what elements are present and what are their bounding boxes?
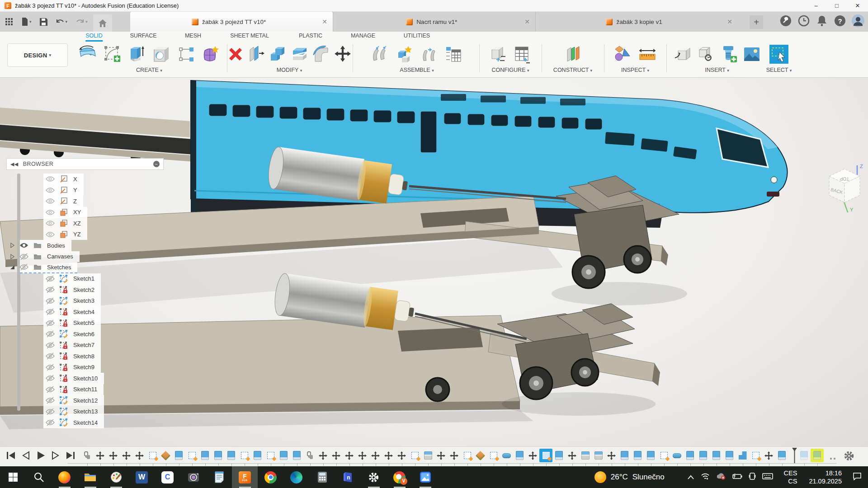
configuration-table-icon[interactable] — [512, 44, 533, 65]
step-back-button[interactable] — [20, 450, 31, 461]
taskbar-app-calculator[interactable] — [309, 466, 335, 488]
timeline-feature-extrude[interactable] — [172, 449, 185, 462]
battery-icon[interactable] — [732, 473, 742, 481]
visibility-eye-icon[interactable] — [43, 286, 57, 293]
expand-caret-icon[interactable] — [7, 254, 17, 259]
timeline-feature-move[interactable] — [395, 449, 408, 462]
timeline-feature-extrude[interactable] — [710, 449, 723, 462]
ribbon-tab-solid[interactable]: SOLID — [85, 33, 103, 42]
visibility-eye-icon[interactable] — [43, 330, 57, 338]
delete-icon[interactable] — [226, 44, 245, 65]
select-icon[interactable] — [769, 44, 789, 65]
modify-group-label[interactable]: MODIFY ▾ — [229, 67, 350, 73]
job-status-icon[interactable] — [797, 14, 810, 27]
timeline-feature-extrude[interactable] — [618, 449, 631, 462]
joint-icon[interactable] — [370, 44, 391, 65]
timeline-feature-extrude[interactable] — [697, 449, 710, 462]
taskbar-app-edge[interactable] — [283, 466, 309, 488]
ribbon-tab-plastic[interactable]: PLASTIC — [299, 33, 322, 40]
visibility-eye-icon[interactable] — [43, 364, 57, 371]
visibility-eye-icon[interactable] — [43, 220, 57, 226]
timeline-settings-gear-icon[interactable] — [844, 450, 854, 463]
browser-item-sketch1[interactable]: Sketch1 — [43, 273, 101, 285]
timeline-feature-extrude[interactable] — [225, 449, 238, 462]
taskbar-app-clipchamp[interactable]: C — [155, 466, 180, 488]
visibility-eye-icon[interactable] — [43, 352, 57, 360]
construct-group-label[interactable]: CONSTRUCT ▾ — [543, 67, 602, 73]
go-to-end-button[interactable] — [65, 450, 76, 461]
create-group-label[interactable]: CREATE ▾ — [73, 67, 225, 73]
browser-item-sketch9[interactable]: Sketch9 — [43, 362, 101, 373]
timeline-feature-extrude[interactable] — [552, 449, 566, 462]
extrude-icon[interactable] — [127, 44, 147, 65]
offset-face-icon[interactable] — [290, 44, 310, 65]
browser-item-sketch13[interactable]: Sketch13 — [43, 406, 104, 418]
timeline-feature-extrude[interactable] — [644, 449, 657, 462]
taskbar-app-search[interactable] — [26, 466, 52, 488]
visibility-eye-icon[interactable] — [17, 253, 31, 260]
taskbar-app-camera[interactable] — [180, 466, 206, 488]
taskbar-app-file-explorer[interactable] — [77, 466, 103, 488]
browser-item-sketch5[interactable]: Sketch5 — [43, 318, 101, 329]
browser-item-xy[interactable]: XY — [43, 207, 87, 218]
browser-minimize-icon[interactable]: − — [153, 161, 160, 167]
visibility-eye-icon[interactable] — [43, 187, 57, 193]
browser-item-sketch3[interactable]: Sketch3 — [43, 296, 101, 307]
timeline-playhead[interactable] — [792, 448, 797, 463]
assemble-group-label[interactable]: ASSEMBLE ▾ — [356, 67, 477, 73]
ribbon-tab-utilities[interactable]: UTILITIES — [404, 33, 430, 40]
taskbar-app-start[interactable] — [0, 466, 26, 488]
visibility-eye-icon[interactable] — [43, 397, 57, 404]
create-form-icon[interactable] — [200, 44, 221, 65]
new-tab-button[interactable]: + — [750, 15, 763, 29]
timeline-feature-move[interactable] — [762, 449, 775, 462]
timeline-feature-sketch[interactable] — [238, 449, 251, 462]
document-tab-3[interactable]: žabák 3 kopie v1 ✕ — [535, 12, 738, 32]
pattern-icon[interactable] — [175, 44, 196, 65]
timeline-feature-sketch[interactable] — [461, 449, 474, 462]
section-ruler-icon[interactable] — [637, 44, 658, 65]
close-tab-icon[interactable]: ✕ — [524, 18, 530, 25]
browser-item-sketch8[interactable]: Sketch8 — [43, 351, 101, 362]
insert-canvas-icon[interactable] — [741, 44, 762, 65]
insert-mesh-icon[interactable] — [695, 44, 716, 65]
configure-group-label[interactable]: CONFIGURE ▾ — [481, 67, 540, 73]
timeline-feature-cylinder[interactable] — [670, 449, 684, 462]
viewcube-top-face[interactable]: TOP — [840, 176, 849, 181]
timeline-feature-extrude[interactable] — [723, 449, 736, 462]
browser-item-sketch7[interactable]: Sketch7 — [43, 340, 101, 351]
browser-item-sketch11[interactable]: Sketch11 — [43, 384, 104, 395]
timeline-feature-move[interactable] — [107, 449, 120, 462]
taskbar-app-onenote[interactable]: n — [335, 466, 361, 488]
taskbar-app-photos[interactable] — [412, 466, 438, 488]
timeline-feature-canvas[interactable] — [159, 449, 172, 462]
browser-item-yz[interactable]: YZ — [43, 229, 87, 240]
visibility-eye-icon[interactable] — [43, 386, 57, 393]
timeline-feature-sketch[interactable] — [264, 449, 277, 462]
action-center-icon[interactable] — [853, 472, 862, 482]
as-built-joint-icon[interactable] — [419, 44, 439, 65]
touch-keyboard-icon[interactable] — [762, 473, 773, 482]
timeline-feature-sketch[interactable] — [487, 449, 500, 462]
timeline-feature-component[interactable] — [303, 449, 316, 462]
visibility-eye-icon[interactable] — [43, 419, 57, 426]
browser-panel-header[interactable]: ◀◀ BROWSER − — [6, 158, 164, 170]
browser-folder-canvases[interactable]: Canvases — [20, 251, 80, 263]
browser-item-xz[interactable]: XZ — [43, 218, 87, 229]
move-copy-icon[interactable] — [333, 44, 352, 65]
play-button[interactable] — [35, 450, 46, 461]
timeline-feature-sketch[interactable] — [657, 449, 670, 462]
timeline-feature-extrude[interactable] — [290, 449, 303, 462]
taskbar-app-settings[interactable] — [361, 466, 387, 488]
combine-icon[interactable] — [268, 44, 288, 65]
help-icon[interactable]: ? — [834, 14, 846, 27]
phone-link-icon[interactable] — [749, 472, 756, 482]
timeline-feature-move[interactable] — [120, 449, 133, 462]
app-grid-icon[interactable] — [3, 14, 16, 29]
ribbon-tab-surface[interactable]: SURFACE — [130, 33, 156, 40]
expand-caret-icon[interactable] — [7, 265, 17, 270]
go-to-start-button[interactable] — [5, 450, 16, 461]
browser-folder-sketches[interactable]: Sketches — [20, 262, 77, 273]
timeline-feature-move[interactable] — [316, 449, 330, 462]
bom-table-icon[interactable] — [443, 44, 464, 65]
